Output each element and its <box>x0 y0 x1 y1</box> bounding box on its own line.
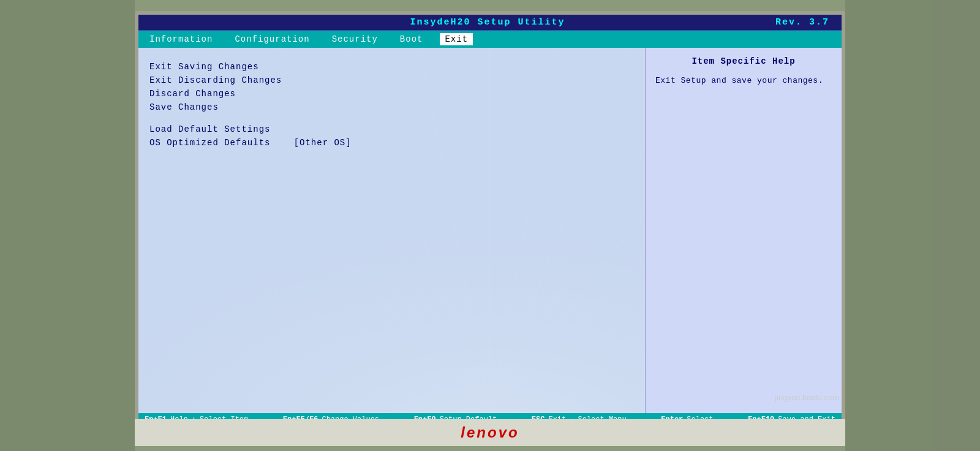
app-title: InsydeH20 Setup Utility <box>200 17 775 28</box>
menu-item-boot[interactable]: Boot <box>395 33 428 45</box>
menu-item-security[interactable]: Security <box>327 33 383 45</box>
option-label: Exit Discarding Changes <box>149 75 282 85</box>
menu-item-configuration[interactable]: Configuration <box>230 33 314 45</box>
menu-item-information[interactable]: Information <box>145 33 217 45</box>
laptop-screen-frame: InsydeH20 Setup Utility Rev. 3.7 Informa… <box>135 11 845 440</box>
left-panel: Exit Saving Changes Exit Discarding Chan… <box>138 48 646 413</box>
menu-bar: Information Configuration Security Boot … <box>138 31 842 48</box>
help-title: Item Specific Help <box>655 56 832 66</box>
option-discard-changes[interactable]: Discard Changes <box>149 87 634 100</box>
option-load-defaults[interactable]: Load Default Settings <box>149 123 634 136</box>
option-exit-saving[interactable]: Exit Saving Changes <box>149 60 634 74</box>
option-label: Save Changes <box>149 102 219 112</box>
option-label: Load Default Settings <box>149 124 270 134</box>
option-os-optimized[interactable]: OS Optimized Defaults [Other OS] <box>149 136 634 150</box>
options-list: Exit Saving Changes Exit Discarding Chan… <box>149 60 634 150</box>
option-label: Discard Changes <box>149 89 236 99</box>
menu-item-exit[interactable]: Exit <box>440 33 473 45</box>
option-spacer <box>149 114 634 123</box>
title-bar: InsydeH20 Setup Utility Rev. 3.7 <box>138 15 842 31</box>
main-content: Exit Saving Changes Exit Discarding Chan… <box>138 48 842 413</box>
right-panel: Item Specific Help Exit Setup and save y… <box>646 48 842 413</box>
title-spacer <box>151 17 200 28</box>
help-text: Exit Setup and save your changes. <box>655 75 832 88</box>
bios-screen: InsydeH20 Setup Utility Rev. 3.7 Informa… <box>138 15 842 436</box>
side-decoration-left <box>0 0 135 451</box>
revision-text: Rev. 3.7 <box>775 17 829 28</box>
side-decoration-right <box>845 0 980 451</box>
lenovo-brand-label: lenovo <box>135 419 845 446</box>
option-label: Exit Saving Changes <box>149 62 259 72</box>
option-label: OS Optimized Defaults <box>149 138 270 148</box>
option-exit-discarding[interactable]: Exit Discarding Changes <box>149 74 634 87</box>
option-value: [Other OS] <box>276 138 351 148</box>
option-save-changes[interactable]: Save Changes <box>149 100 634 114</box>
